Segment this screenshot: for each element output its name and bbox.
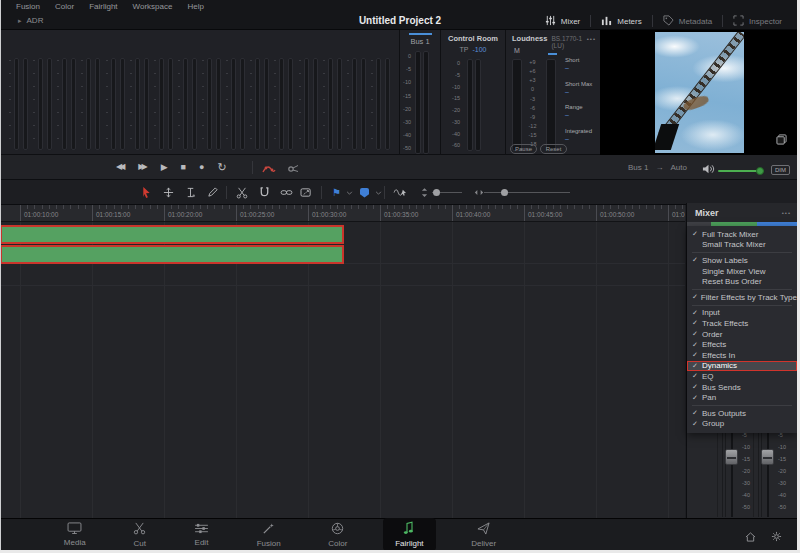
menu-item-color[interactable]: Color	[55, 2, 74, 11]
menu-item-help[interactable]: Help	[187, 2, 203, 11]
mixer-menu-item[interactable]: ✓Bus Sends	[687, 382, 797, 393]
expand-viewer-icon[interactable]	[776, 131, 787, 149]
meters-button[interactable]: Meters	[591, 12, 651, 30]
reset-button[interactable]: Reset	[540, 144, 567, 154]
check-icon: ✓	[692, 372, 702, 380]
vertical-zoom-icon[interactable]	[416, 184, 433, 201]
record-button[interactable]: ●	[199, 163, 204, 172]
bus-meter: Bus 1 0-5-10-15-20-30-40-50	[399, 30, 440, 155]
settings-gear-icon[interactable]	[771, 528, 782, 546]
mixer-menu-item[interactable]: Single Mixer View	[687, 266, 797, 277]
link-tool[interactable]	[278, 184, 295, 201]
horizontal-zoom-slider[interactable]	[484, 192, 570, 193]
dim-button[interactable]: DIM	[771, 165, 790, 175]
tab-deliver[interactable]: Deliver	[459, 519, 508, 551]
volume-knob[interactable]	[756, 167, 764, 175]
inspector-button[interactable]: Inspector	[723, 12, 792, 30]
tab-media[interactable]: Media	[52, 519, 98, 550]
fader-track	[767, 429, 769, 517]
automation-touch-icon[interactable]	[262, 161, 276, 179]
video-viewer	[600, 30, 797, 155]
vertical-zoom-slider[interactable]	[432, 192, 462, 193]
home-icon[interactable]	[745, 528, 756, 546]
waveform-zoom-tool[interactable]	[392, 184, 409, 201]
trim-tool[interactable]	[182, 184, 199, 201]
ruler-timecode: 01:00:15:00	[96, 211, 130, 218]
mixer-options-icon[interactable]: •••	[782, 210, 791, 216]
loudness-value-dash	[548, 53, 557, 55]
ruler-tick: 01:00:40:00	[452, 205, 453, 221]
mixer-menu-item[interactable]: ✓Bus Outputs	[687, 408, 797, 419]
cut-tool[interactable]	[233, 184, 250, 201]
mixer-icon	[545, 15, 556, 28]
audio-clip[interactable]	[0, 245, 344, 264]
mixer-menu-item[interactable]: ✓Track Effects	[687, 318, 797, 329]
tab-fairlight[interactable]: Fairlight	[383, 518, 435, 551]
channel-fader[interactable]: -5-10-15-20-30-40-50	[717, 429, 753, 517]
mixer-menu-item[interactable]: ✓EQ	[687, 371, 797, 382]
mixer-menu-item[interactable]: ✓Input	[687, 308, 797, 319]
audio-clip[interactable]	[0, 225, 344, 244]
mixer-menu-item[interactable]: Reset Bus Order	[687, 276, 797, 287]
stop-button[interactable]: ■	[181, 163, 186, 172]
tab-cut[interactable]: Cut	[121, 519, 158, 551]
tab-label: Deliver	[471, 539, 496, 548]
snap-tool[interactable]	[256, 184, 273, 201]
scale-tick: -50	[402, 146, 411, 152]
slider-knob[interactable]	[433, 189, 440, 196]
pause-button[interactable]: Pause	[510, 144, 537, 154]
mixer-menu-item[interactable]: ✓Full Track Mixer	[687, 229, 797, 240]
loudness-stats: Short–Short Max–Range–Integrated–	[565, 57, 599, 141]
mixer-menu-item[interactable]: ✓Dynamics	[687, 361, 797, 372]
timeline[interactable]	[0, 222, 685, 518]
metadata-button[interactable]: Metadata	[653, 12, 722, 30]
mixer-menu-item[interactable]: ✓Group	[687, 419, 797, 430]
mixer-menu-item[interactable]: ✓Show Labels	[687, 255, 797, 266]
ellipsis-icon[interactable]: •••	[587, 36, 596, 42]
menu-item-fusion[interactable]: Fusion	[16, 2, 40, 11]
crane-image	[658, 32, 744, 138]
monitor-readout[interactable]: Bus 1→Auto	[628, 163, 687, 172]
header-buttons: MixerMetersMetadataInspector	[535, 12, 792, 30]
fader-handle[interactable]	[725, 449, 738, 465]
range-selection-tool[interactable]	[160, 184, 177, 201]
automation-mode-icon[interactable]	[286, 161, 300, 179]
play-button[interactable]: ▶	[161, 163, 168, 172]
menu-item-workspace[interactable]: Workspace	[133, 2, 173, 11]
title-bar: ▸ ADR Untitled Project 2 MixerMetersMeta…	[0, 12, 800, 30]
media-icon	[67, 522, 82, 536]
inspector-icon	[733, 15, 744, 28]
clip-export-tool[interactable]	[298, 184, 315, 201]
gridline	[20, 222, 21, 518]
menu-item-label: Small Track Mixer	[702, 240, 766, 249]
rewind-button[interactable]: ◀◀	[116, 163, 125, 171]
tab-fusion[interactable]: Fusion	[245, 519, 293, 551]
loop-button[interactable]: ↻	[217, 162, 226, 173]
tab-color[interactable]: Color	[316, 519, 359, 551]
mixer-menu-item[interactable]: Small Track Mixer	[687, 240, 797, 251]
fader-handle[interactable]	[761, 449, 774, 465]
mixer-menu-item[interactable]: ✓Filter Effects by Track Type	[687, 292, 797, 303]
page-tab-bar: MediaCutEditFusionColorFairlightDeliver	[0, 518, 800, 550]
channel-fader[interactable]: -5-10-15-20-30-40-50	[753, 429, 789, 517]
mixer-menu-item[interactable]: ✓Effects In	[687, 350, 797, 361]
tab-edit[interactable]: Edit	[182, 520, 221, 550]
menu-separator	[692, 252, 792, 253]
mixer-menu-item[interactable]: ✓Pan	[687, 392, 797, 403]
pencil-tool[interactable]	[204, 184, 221, 201]
timeline-ruler[interactable]: 01:00:10:0001:00:15:0001:00:20:0001:00:2…	[0, 205, 685, 222]
mixer-button[interactable]: Mixer	[535, 12, 591, 30]
gridline	[596, 222, 597, 518]
monitor-volume-slider[interactable]	[718, 170, 764, 172]
fast-forward-button[interactable]: ▶▶	[138, 163, 147, 171]
pointer-tool[interactable]	[138, 184, 155, 201]
speaker-icon[interactable]	[702, 161, 715, 179]
menu-item-label: Pan	[702, 393, 716, 402]
scale-tick: -40	[449, 132, 460, 138]
scale-tick: -10	[449, 85, 460, 91]
menu-item-fairlight[interactable]: Fairlight	[89, 2, 117, 11]
bus-meter-scale: 0-5-10-15-20-30-40-50	[402, 54, 411, 152]
slider-knob[interactable]	[501, 189, 508, 196]
mixer-menu-item[interactable]: ✓Order	[687, 329, 797, 340]
mixer-menu-item[interactable]: ✓Effects	[687, 339, 797, 350]
